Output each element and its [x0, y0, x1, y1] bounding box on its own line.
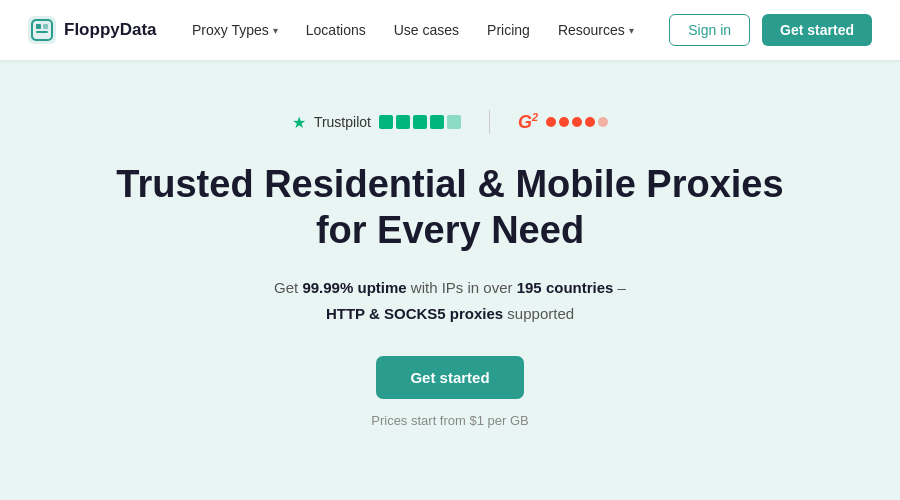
g2-logo: G2 [518, 111, 538, 133]
rating-dot [447, 115, 461, 129]
rating-dot [396, 115, 410, 129]
getstarted-hero-button[interactable]: Get started [376, 356, 523, 399]
nav-item-use-cases[interactable]: Use cases [394, 22, 459, 38]
uptime-highlight: 99.99% uptime [302, 279, 406, 296]
chevron-down-icon-2: ▾ [629, 25, 634, 36]
trustpilot-label: Trustpilot [314, 114, 371, 130]
g2-rating-dots [546, 117, 608, 127]
svg-rect-4 [36, 31, 48, 33]
g2-rating-dot [546, 117, 556, 127]
rating-dot [413, 115, 427, 129]
subtitle-text-5: supported [503, 305, 574, 322]
subtitle-text-1: Get [274, 279, 302, 296]
nav-item-resources[interactable]: Resources ▾ [558, 22, 634, 38]
hero-subtitle: Get 99.99% uptime with IPs in over 195 c… [274, 275, 626, 326]
g2-rating-dot [559, 117, 569, 127]
trustpilot-badge: ★ Trustpilot [292, 113, 461, 132]
protocols-highlight: HTTP & SOCKS5 proxies [326, 305, 503, 322]
nav-item-pricing[interactable]: Pricing [487, 22, 530, 38]
price-note: Prices start from $1 per GB [371, 413, 529, 428]
signin-button[interactable]: Sign in [669, 14, 750, 46]
trust-badges: ★ Trustpilot G2 [292, 110, 608, 134]
g2-rating-dot [598, 117, 608, 127]
logo-text: FloppyData [64, 20, 157, 40]
svg-rect-3 [43, 24, 48, 29]
countries-highlight: 195 countries [517, 279, 614, 296]
nav-item-locations[interactable]: Locations [306, 22, 366, 38]
g2-badge: G2 [518, 111, 608, 133]
trustpilot-rating-dots [379, 115, 461, 129]
svg-rect-2 [36, 24, 41, 29]
getstarted-nav-button[interactable]: Get started [762, 14, 872, 46]
g2-rating-dot [572, 117, 582, 127]
logo[interactable]: FloppyData [28, 16, 157, 44]
badge-divider [489, 110, 490, 134]
hero-title: Trusted Residential & Mobile Proxies for… [100, 162, 800, 253]
hero-section: ★ Trustpilot G2 Trusted Residential & Mo… [0, 60, 900, 428]
nav-actions: Sign in Get started [669, 14, 872, 46]
g2-rating-dot [585, 117, 595, 127]
subtitle-text-3: – [613, 279, 626, 296]
nav-links: Proxy Types ▾ Locations Use cases Pricin… [192, 22, 634, 38]
navbar: FloppyData Proxy Types ▾ Locations Use c… [0, 0, 900, 60]
rating-dot [430, 115, 444, 129]
rating-dot [379, 115, 393, 129]
chevron-down-icon: ▾ [273, 25, 278, 36]
logo-icon [28, 16, 56, 44]
trustpilot-star-icon: ★ [292, 113, 306, 132]
nav-item-proxy-types[interactable]: Proxy Types ▾ [192, 22, 278, 38]
subtitle-text-2: with IPs in over [407, 279, 517, 296]
